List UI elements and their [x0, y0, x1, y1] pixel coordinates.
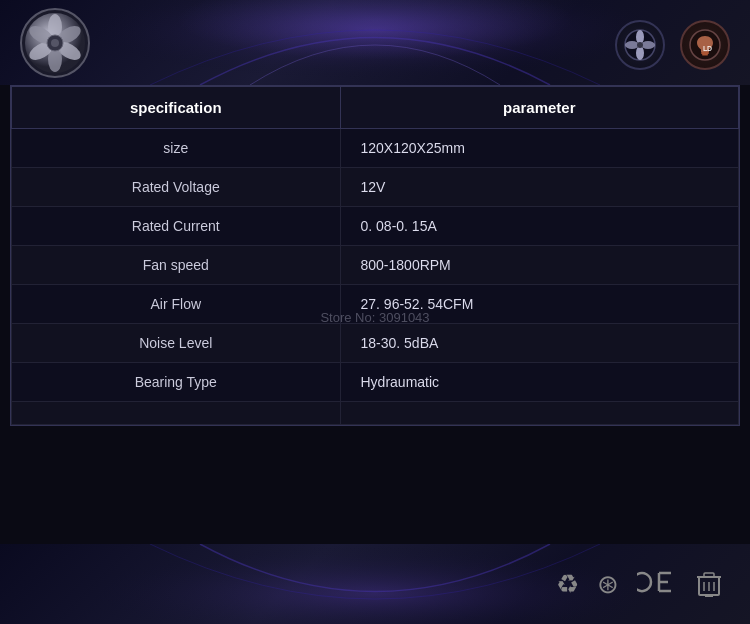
spec-cell: Bearing Type — [12, 363, 341, 402]
recycle-icon: ♻ — [556, 569, 579, 600]
svg-point-15 — [625, 41, 639, 49]
param-cell: Hydraumatic — [340, 363, 739, 402]
param-cell: 18-30. 5dBA — [340, 324, 739, 363]
energy-icon: ⊛ — [597, 569, 619, 600]
led-icon-badge: L D — [680, 20, 730, 70]
table-row: Noise Level18-30. 5dBA — [12, 324, 739, 363]
param-cell — [340, 402, 739, 425]
top-decorative-area: L D — [0, 0, 750, 85]
svg-point-0 — [75, 0, 675, 80]
spec-cell: Fan speed — [12, 246, 341, 285]
table-row: Rated Current0. 08-0. 15A — [12, 207, 739, 246]
table-row: size120X120X25mm — [12, 129, 739, 168]
product-image — [10, 5, 100, 80]
specs-table-container: specification parameter size120X120X25mm… — [10, 85, 740, 426]
weee-icon — [693, 566, 725, 602]
param-cell: 12V — [340, 168, 739, 207]
table-row: Air Flow27. 96-52. 54CFM — [12, 285, 739, 324]
bottom-decorative-area: ♻ ⊛ — [0, 544, 750, 624]
spec-cell: Rated Current — [12, 207, 341, 246]
col-spec-header: specification — [12, 87, 341, 129]
specs-table: specification parameter size120X120X25mm… — [11, 86, 739, 425]
svg-rect-19 — [702, 54, 708, 56]
svg-point-16 — [637, 42, 643, 48]
svg-point-13 — [641, 41, 655, 49]
spec-cell — [12, 402, 341, 425]
table-row: Fan speed800-1800RPM — [12, 246, 739, 285]
fan-icon-badge — [615, 20, 665, 70]
svg-rect-29 — [704, 573, 714, 577]
svg-point-22 — [75, 544, 675, 624]
param-cell: 0. 08-0. 15A — [340, 207, 739, 246]
svg-point-14 — [636, 46, 644, 60]
table-row — [12, 402, 739, 425]
param-cell: 800-1800RPM — [340, 246, 739, 285]
spec-cell: Air Flow — [12, 285, 341, 324]
ce-mark — [637, 567, 675, 601]
table-row: Rated Voltage12V — [12, 168, 739, 207]
col-param-header: parameter — [340, 87, 739, 129]
table-header-row: specification parameter — [12, 87, 739, 129]
svg-point-12 — [636, 30, 644, 44]
spec-cell: Rated Voltage — [12, 168, 341, 207]
table-row: Bearing TypeHydraumatic — [12, 363, 739, 402]
spec-cell: Noise Level — [12, 324, 341, 363]
spec-cell: size — [12, 129, 341, 168]
svg-text:D: D — [707, 45, 712, 52]
param-cell: 27. 96-52. 54CFM — [340, 285, 739, 324]
param-cell: 120X120X25mm — [340, 129, 739, 168]
svg-point-10 — [51, 39, 59, 47]
icon-badges-container: L D — [615, 20, 730, 70]
svg-rect-18 — [701, 52, 709, 54]
